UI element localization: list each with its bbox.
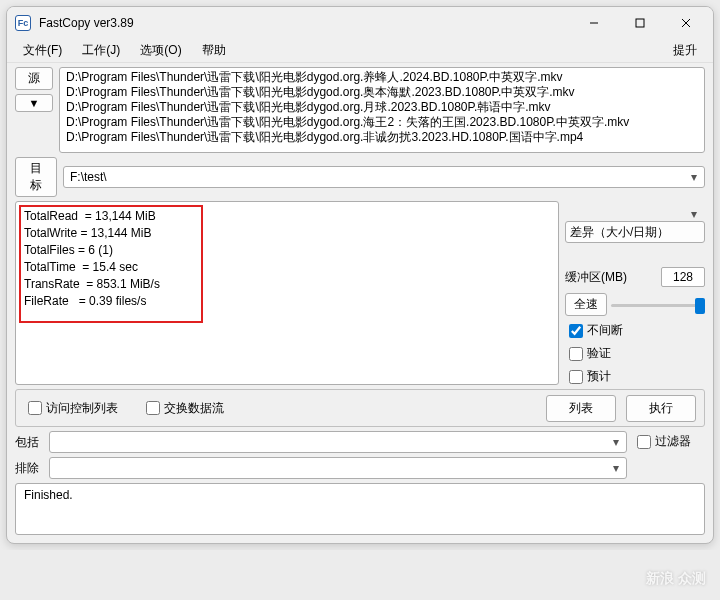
status-panel: Finished. [15,483,705,535]
source-file[interactable]: D:\Program Files\Thunder\迅雷下载\阳光电影dygod.… [66,70,698,85]
source-button[interactable]: 源 [15,67,53,90]
filter-check-row[interactable]: 过滤器 [633,433,691,450]
nonstop-check-row[interactable]: 不间断 [565,322,705,339]
menu-file[interactable]: 文件(F) [13,39,72,62]
verify-checkbox[interactable] [569,347,583,361]
mode-select[interactable] [565,221,705,243]
menu-boost[interactable]: 提升 [663,39,707,62]
estimate-label: 预计 [587,368,611,385]
filter-label: 过滤器 [655,433,691,450]
execute-button[interactable]: 执行 [626,395,696,422]
source-file[interactable]: D:\Program Files\Thunder\迅雷下载\阳光电影dygod.… [66,85,698,100]
dest-button[interactable]: 目标 [15,157,57,197]
stats-panel: TotalRead = 13,144 MiB TotalWrite = 13,1… [15,201,559,385]
fullspeed-button[interactable]: 全速 [565,293,607,316]
buffer-label: 缓冲区(MB) [565,269,657,286]
slider-thumb[interactable] [695,298,705,314]
altstream-check-row[interactable]: 交换数据流 [142,400,224,417]
menu-job[interactable]: 工作(J) [72,39,130,62]
verify-label: 验证 [587,345,611,362]
nonstop-checkbox[interactable] [569,324,583,338]
source-file[interactable]: D:\Program Files\Thunder\迅雷下载\阳光电影dygod.… [66,115,698,130]
stats-text: TotalRead = 13,144 MiB TotalWrite = 13,1… [24,209,160,308]
window-title: FastCopy ver3.89 [39,16,571,30]
acl-label: 访问控制列表 [46,400,118,417]
svg-rect-1 [636,19,644,27]
app-window: Fc FastCopy ver3.89 文件(F) 工作(J) 选项(O) 帮助… [6,6,714,544]
include-label: 包括 [15,434,43,451]
filter-checkbox[interactable] [637,435,651,449]
exclude-input[interactable] [49,457,627,479]
estimate-checkbox[interactable] [569,370,583,384]
altstream-checkbox[interactable] [146,401,160,415]
status-text: Finished. [24,488,73,502]
acl-checkbox[interactable] [28,401,42,415]
menu-options[interactable]: 选项(O) [130,39,191,62]
nonstop-label: 不间断 [587,322,623,339]
minimize-button[interactable] [571,9,617,37]
source-file[interactable]: D:\Program Files\Thunder\迅雷下载\阳光电影dygod.… [66,100,698,115]
altstream-label: 交换数据流 [164,400,224,417]
source-list[interactable]: D:\Program Files\Thunder\迅雷下载\阳光电影dygod.… [59,67,705,153]
menu-bar: 文件(F) 工作(J) 选项(O) 帮助 提升 [7,39,713,63]
close-button[interactable] [663,9,709,37]
verify-check-row[interactable]: 验证 [565,345,705,362]
title-bar[interactable]: Fc FastCopy ver3.89 [7,7,713,39]
source-file[interactable]: D:\Program Files\Thunder\迅雷下载\阳光电影dygod.… [66,130,698,145]
right-panel: ▾ 缓冲区(MB) 全速 不间断 [565,201,705,385]
buffer-input[interactable] [661,267,705,287]
list-button[interactable]: 列表 [546,395,616,422]
estimate-check-row[interactable]: 预计 [565,368,705,385]
app-icon: Fc [15,15,31,31]
maximize-button[interactable] [617,9,663,37]
include-input[interactable] [49,431,627,453]
speed-slider[interactable] [611,296,705,314]
dest-input[interactable] [63,166,705,188]
source-expand-button[interactable]: ▼ [15,94,53,112]
menu-help[interactable]: 帮助 [192,39,236,62]
acl-check-row[interactable]: 访问控制列表 [24,400,118,417]
options-row: 访问控制列表 交换数据流 列表 执行 [15,389,705,427]
exclude-label: 排除 [15,460,43,477]
